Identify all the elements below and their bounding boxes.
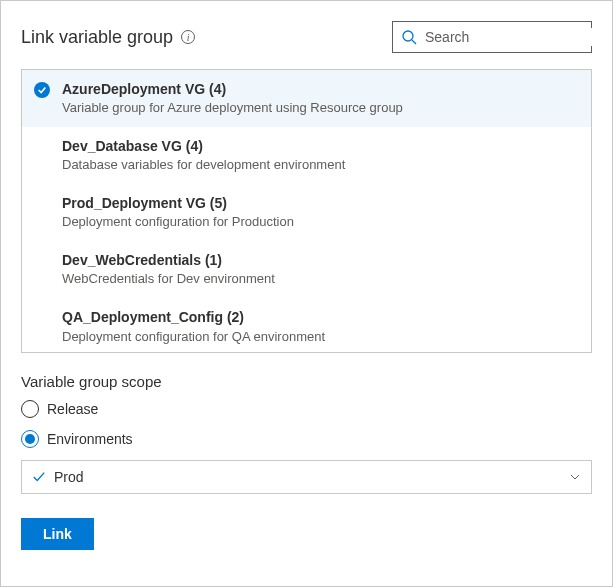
scope-section-label: Variable group scope [21,373,592,390]
scope-radio-environments[interactable]: Environments [21,430,592,448]
item-description: Database variables for development envir… [62,157,579,174]
item-text: Prod_Deployment VG (5)Deployment configu… [62,194,579,231]
item-text: Dev_Database VG (4)Database variables fo… [62,137,579,174]
panel-header: Link variable group i [21,21,592,53]
panel-title: Link variable group [21,27,173,48]
radio-icon [21,430,39,448]
svg-line-1 [412,40,416,44]
environment-value: Prod [54,469,84,485]
search-input[interactable] [423,28,602,46]
check-icon [32,470,46,484]
info-icon[interactable]: i [181,30,195,44]
radio-label: Environments [47,431,133,447]
item-text: AzureDeployment VG (4)Variable group for… [62,80,579,117]
svg-point-0 [403,31,413,41]
checkmark-icon [34,82,50,98]
radio-label: Release [47,401,98,417]
search-box[interactable] [392,21,592,53]
link-button[interactable]: Link [21,518,94,550]
item-title: AzureDeployment VG (4) [62,80,579,98]
variable-group-item[interactable]: Dev_Database VG (4)Database variables fo… [22,127,591,184]
item-description: Deployment configuration for Production [62,214,579,231]
item-title: Dev_WebCredentials (1) [62,251,579,269]
selection-indicator [34,80,52,98]
environment-selected: Prod [32,469,84,485]
item-title: Dev_Database VG (4) [62,137,579,155]
selection-indicator [34,137,52,139]
variable-group-item[interactable]: QA_Deployment_Config (2)Deployment confi… [22,298,591,353]
chevron-down-icon [569,471,581,483]
environment-dropdown[interactable]: Prod [21,460,592,494]
link-variable-group-panel: Link variable group i AzureDeployment VG… [0,0,613,587]
selection-indicator [34,308,52,310]
variable-group-item[interactable]: Dev_WebCredentials (1)WebCredentials for… [22,241,591,298]
title-wrap: Link variable group i [21,27,195,48]
item-title: QA_Deployment_Config (2) [62,308,579,326]
search-icon [401,29,417,45]
item-text: Dev_WebCredentials (1)WebCredentials for… [62,251,579,288]
item-description: Variable group for Azure deployment usin… [62,100,579,117]
scope-radio-release[interactable]: Release [21,400,592,418]
variable-group-item[interactable]: AzureDeployment VG (4)Variable group for… [22,70,591,127]
variable-group-list[interactable]: AzureDeployment VG (4)Variable group for… [21,69,592,353]
radio-icon [21,400,39,418]
item-text: QA_Deployment_Config (2)Deployment confi… [62,308,579,345]
item-description: Deployment configuration for QA environm… [62,329,579,346]
variable-group-item[interactable]: Prod_Deployment VG (5)Deployment configu… [22,184,591,241]
selection-indicator [34,251,52,253]
item-description: WebCredentials for Dev environment [62,271,579,288]
item-title: Prod_Deployment VG (5) [62,194,579,212]
selection-indicator [34,194,52,196]
